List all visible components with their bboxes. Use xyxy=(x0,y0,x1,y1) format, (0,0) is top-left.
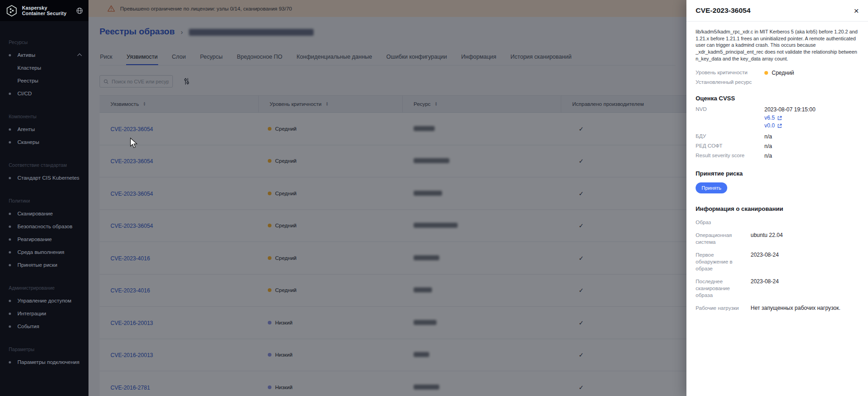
tab[interactable]: Вредоносное ПО xyxy=(236,54,282,65)
sidebar-entry-label: Активы xyxy=(17,52,35,58)
panel-title: CVE-2023-36054 xyxy=(696,6,751,15)
severity-field-label: Уровень критичности xyxy=(696,70,764,76)
severity-dot-icon xyxy=(268,192,271,195)
column-header: Уровень критичности ▲ ▼ xyxy=(259,96,403,112)
sidebar-entry[interactable]: Принятые риски xyxy=(0,258,88,271)
sidebar-entry[interactable]: Сканирование xyxy=(0,207,88,220)
severity-label: Средний xyxy=(275,126,297,132)
chevron-up-icon xyxy=(77,54,82,58)
tab-label: Конфиденциальные данные xyxy=(297,54,372,60)
license-warning-banner: Превышено ограничение по лицензии: узлы … xyxy=(88,0,686,17)
sort-arrows[interactable]: ▲ ▼ xyxy=(143,102,146,107)
bullet-icon xyxy=(9,177,11,179)
filter-button[interactable] xyxy=(183,78,190,85)
fixed-check-icon: ✓ xyxy=(572,384,584,391)
sidebar-entry-label: Политики xyxy=(9,198,30,204)
fixed-check-icon: ✓ xyxy=(572,190,584,197)
table-row[interactable]: CVE-2023-4016 Средний ✓ xyxy=(100,242,686,275)
cvss-source-label: РЕД СОФТ xyxy=(696,143,764,149)
cve-link[interactable]: CVE-2023-36054 xyxy=(111,158,153,165)
table-header-row: Уязвимость ▲ ▼ Уровень критичности ▲ ▼ xyxy=(100,95,686,113)
column-header: Уязвимость ▲ ▼ xyxy=(100,96,259,112)
cvss-source-value: n/a xyxy=(764,143,859,149)
scan-field-value: Нет запущенных рабочих нагрузок. xyxy=(751,305,840,311)
table-row[interactable]: CVE-2023-36054 Средний ✓ xyxy=(100,113,686,145)
sidebar-entry[interactable]: Активы xyxy=(0,49,88,61)
search-box[interactable] xyxy=(100,75,173,88)
breadcrumb-chevron-icon: › xyxy=(181,28,183,36)
cvss-source-value: n/a xyxy=(764,153,859,159)
cve-detail-panel: CVE-2023-36054 × lib/kadm5/kadm_rpc_xdr.… xyxy=(686,0,868,396)
sidebar-entry-label: Компоненты xyxy=(9,114,37,119)
table-row[interactable]: CVE-2016-20013 Низкий ✓ xyxy=(100,339,686,372)
sidebar-entry: Ресурсы xyxy=(0,36,88,49)
cve-link[interactable]: CVE-2016-20013 xyxy=(111,352,153,358)
bullet-icon xyxy=(9,54,11,56)
severity-dot-icon xyxy=(268,127,271,131)
sidebar-entry[interactable]: Реестры xyxy=(0,74,88,87)
cve-link[interactable]: CVE-2023-4016 xyxy=(111,287,150,294)
table-row[interactable]: CVE-2023-36054 Средний ✓ xyxy=(100,145,686,178)
sort-desc-icon[interactable]: ▼ xyxy=(435,104,437,107)
cve-link[interactable]: CVE-2023-36054 xyxy=(111,126,153,132)
sort-arrows[interactable]: ▲ ▼ xyxy=(326,102,328,107)
sidebar-entry[interactable]: Безопасность образов xyxy=(0,220,88,233)
sidebar-entry[interactable]: События xyxy=(0,320,88,333)
tab-label: История сканирований xyxy=(510,54,571,60)
globe-icon[interactable] xyxy=(76,7,83,14)
severity-label: Средний xyxy=(275,223,297,228)
cvss-version-link[interactable]: v6.5 xyxy=(764,115,859,121)
sidebar-entry[interactable]: Параметры подключения xyxy=(0,356,88,368)
sidebar-entry[interactable]: Кластеры xyxy=(0,61,88,74)
cve-link[interactable]: CVE-2016-2781 xyxy=(111,385,150,391)
severity-label: Средний xyxy=(275,191,297,196)
table-row[interactable]: CVE-2016-20013 Низкий ✓ xyxy=(100,307,686,339)
breadcrumb-root-link[interactable]: Реестры образов xyxy=(100,27,175,37)
cve-link[interactable]: CVE-2016-20013 xyxy=(111,320,153,326)
sidebar-entry[interactable]: Агенты xyxy=(0,123,88,136)
cvss-version-link[interactable]: v0.0 xyxy=(764,122,859,129)
table-row[interactable]: CVE-2016-2781 Низкий ✓ xyxy=(100,371,686,396)
tab[interactable]: Ресурсы xyxy=(199,54,223,65)
tab[interactable]: Информация xyxy=(461,54,497,65)
warning-triangle-icon xyxy=(107,5,115,12)
sidebar-entry[interactable]: Сканеры xyxy=(0,136,88,148)
table-row[interactable]: CVE-2023-36054 Средний ✓ xyxy=(100,177,686,210)
sidebar-entry[interactable]: Среда выполнения xyxy=(0,246,88,258)
scan-field-label: Рабочие нагрузки xyxy=(696,305,751,312)
tab[interactable]: Слои xyxy=(171,54,186,65)
column-header-label: Ресурс xyxy=(414,101,431,107)
sort-desc-icon[interactable]: ▼ xyxy=(143,104,146,107)
sidebar-entry[interactable]: Интеграции xyxy=(0,307,88,320)
tab-label: Информация xyxy=(461,54,497,60)
table-row[interactable]: CVE-2023-36054 Средний ✓ xyxy=(100,210,686,242)
bullet-icon xyxy=(9,213,11,215)
cvss-source-rows: БДУ n/a РЕД СОФТ n/a Result severity sco… xyxy=(696,133,859,159)
tab[interactable]: Риск xyxy=(100,54,113,65)
tab[interactable]: Ошибки конфигурации xyxy=(386,54,448,65)
sidebar-entry[interactable]: CI/CD xyxy=(0,87,88,100)
tab[interactable]: Конфиденциальные данные xyxy=(296,54,373,65)
sort-arrows[interactable]: ▲ ▼ xyxy=(435,102,437,107)
cve-link[interactable]: CVE-2023-36054 xyxy=(111,191,153,197)
cve-link[interactable]: CVE-2023-36054 xyxy=(111,223,153,229)
panel-header: CVE-2023-36054 × xyxy=(686,0,868,22)
accept-risk-button[interactable]: Принять xyxy=(696,182,727,193)
cve-link[interactable]: CVE-2023-4016 xyxy=(111,255,150,262)
sidebar-entry-label: Безопасность образов xyxy=(17,224,72,229)
tab[interactable]: Уязвимости xyxy=(126,54,158,65)
scan-field-value: ubuntu 22.04 xyxy=(751,232,783,238)
sidebar-entry-label: Агенты xyxy=(17,126,35,132)
table-row[interactable]: CVE-2023-4016 Средний ✓ xyxy=(100,275,686,307)
column-header: Ресурс ▲ ▼ xyxy=(403,96,561,112)
search-input[interactable] xyxy=(112,79,169,84)
sidebar-entry[interactable]: Управление доступом xyxy=(0,294,88,307)
cvss-source-label: БДУ xyxy=(696,133,764,140)
close-icon[interactable]: × xyxy=(852,6,861,16)
sort-desc-icon[interactable]: ▼ xyxy=(326,104,328,107)
sidebar-nav: Ресурсы Активы Кластеры Реестры xyxy=(0,21,88,368)
tab[interactable]: История сканирований xyxy=(510,54,572,65)
sidebar-entry[interactable]: Реагирование xyxy=(0,233,88,246)
tab-label: Слои xyxy=(172,54,186,60)
sidebar-entry[interactable]: Стандарт CIS Kubernetes xyxy=(0,171,88,184)
